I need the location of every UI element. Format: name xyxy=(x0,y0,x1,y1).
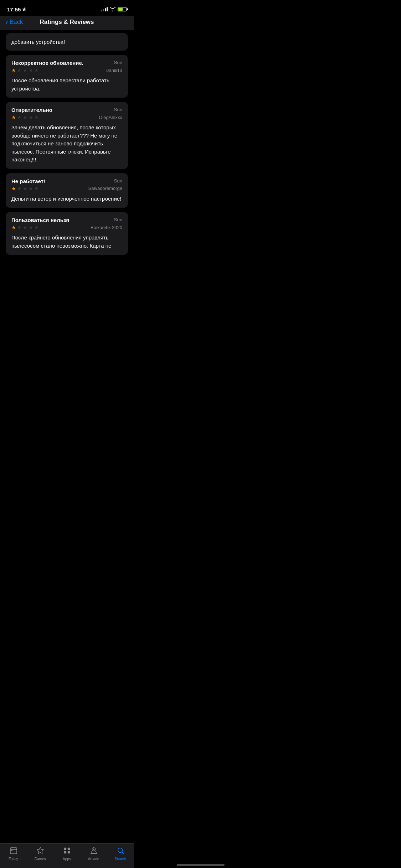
review-title: Пользоваться нельзя xyxy=(11,217,114,223)
battery-icon xyxy=(118,7,127,11)
partial-review-card: добавить устройства! xyxy=(6,33,128,51)
review-date: Sun xyxy=(114,178,122,184)
review-card-2: Не работает! Sun ★★★★★ Salvadoremorge Де… xyxy=(6,173,128,208)
review-title: Отвратительно xyxy=(11,107,114,113)
star-empty: ★ xyxy=(34,224,39,230)
star-empty: ★ xyxy=(23,114,27,120)
review-stars: ★★★★★ xyxy=(11,224,39,230)
star-empty: ★ xyxy=(29,67,33,73)
star-empty: ★ xyxy=(17,67,22,73)
star-filled: ★ xyxy=(11,224,16,230)
star-empty: ★ xyxy=(23,186,27,191)
star-empty: ★ xyxy=(29,114,33,120)
review-header: Пользоваться нельзя Sun xyxy=(11,217,122,223)
star-empty: ★ xyxy=(34,186,39,191)
review-author: Salvadoremorge xyxy=(88,186,122,191)
star-empty: ★ xyxy=(29,224,33,230)
review-stars: ★★★★★ xyxy=(11,186,39,191)
partial-card-text: добавить устройства! xyxy=(11,38,122,46)
star-filled: ★ xyxy=(11,114,16,120)
review-meta: ★★★★★ OlegAlexxx xyxy=(11,114,122,120)
review-card-0: Некорректное обновление. Sun ★★★★★ Danii… xyxy=(6,55,128,98)
review-author: OlegAlexxx xyxy=(99,115,122,120)
star-empty: ★ xyxy=(23,224,27,230)
star-empty: ★ xyxy=(17,186,22,191)
review-body: Деньги на ветер и испорченное настроение… xyxy=(11,195,122,203)
status-icons xyxy=(101,7,127,11)
review-author: Daniii13 xyxy=(106,68,122,73)
review-meta: ★★★★★ Salvadoremorge xyxy=(11,186,122,191)
star-empty: ★ xyxy=(17,114,22,120)
back-button[interactable]: ‹ Back xyxy=(6,19,34,26)
review-body: После крайнего обновления управлять пыле… xyxy=(11,234,122,250)
review-header: Не работает! Sun xyxy=(11,178,122,184)
review-meta: ★★★★★ Baikan4ik 2020 xyxy=(11,224,122,230)
status-bar: 17:55 xyxy=(0,0,134,16)
star-empty: ★ xyxy=(29,186,33,191)
star-filled: ★ xyxy=(11,186,16,191)
reviews-list: Некорректное обновление. Sun ★★★★★ Danii… xyxy=(6,55,128,255)
star-empty: ★ xyxy=(34,114,39,120)
review-header: Отвратительно Sun xyxy=(11,107,122,113)
review-card-3: Пользоваться нельзя Sun ★★★★★ Baikan4ik … xyxy=(6,212,128,255)
review-stars: ★★★★★ xyxy=(11,67,39,73)
review-stars: ★★★★★ xyxy=(11,114,39,120)
review-title: Некорректное обновление. xyxy=(11,60,114,66)
signal-strength xyxy=(101,7,108,11)
review-body: После обновления перестали работать устр… xyxy=(11,77,122,93)
status-time: 17:55 xyxy=(7,6,26,12)
nav-bar: ‹ Back Ratings & Reviews xyxy=(0,16,134,30)
review-date: Sun xyxy=(114,60,122,65)
back-label: Back xyxy=(10,19,23,26)
review-meta: ★★★★★ Daniii13 xyxy=(11,67,122,73)
review-body: Зачем делать обновления, после которых в… xyxy=(11,124,122,164)
review-date: Sun xyxy=(114,107,122,112)
wifi-icon xyxy=(110,7,115,11)
review-card-1: Отвратительно Sun ★★★★★ OlegAlexxx Зачем… xyxy=(6,102,128,169)
star-filled: ★ xyxy=(11,67,16,73)
star-empty: ★ xyxy=(34,67,39,73)
review-header: Некорректное обновление. Sun xyxy=(11,60,122,66)
review-author: Baikan4ik 2020 xyxy=(91,225,122,230)
star-empty: ★ xyxy=(23,67,27,73)
review-title: Не работает! xyxy=(11,178,114,184)
star-empty: ★ xyxy=(17,224,22,230)
page-title: Ratings & Reviews xyxy=(34,19,99,26)
content-area: добавить устройства! Некорректное обновл… xyxy=(0,33,134,295)
review-date: Sun xyxy=(114,217,122,222)
back-chevron-icon: ‹ xyxy=(6,19,8,26)
location-icon xyxy=(22,7,26,11)
